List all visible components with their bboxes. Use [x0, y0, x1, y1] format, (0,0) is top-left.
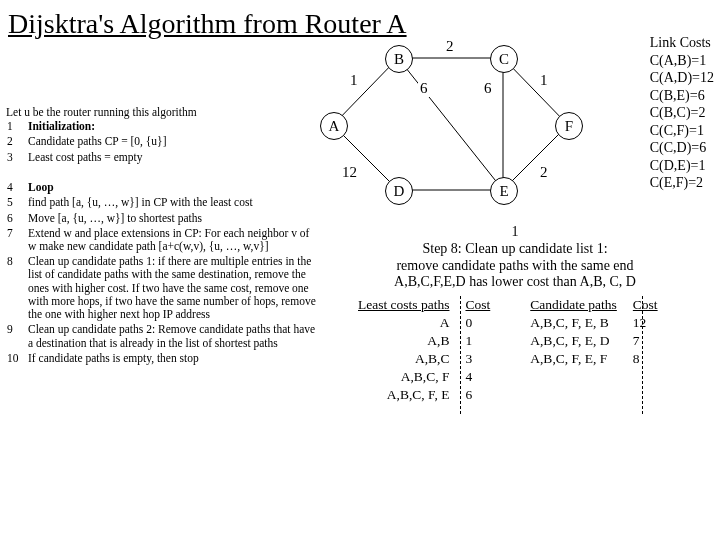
node-b: B [385, 45, 413, 73]
lc-row: C(D,E)=1 [650, 157, 714, 175]
algorithm-pseudocode: Let u be the router running this algorit… [6, 106, 326, 366]
link-costs-title: Link Costs [650, 34, 714, 52]
edge-ce: 6 [482, 80, 494, 97]
lc-row: C(B,E)=6 [650, 87, 714, 105]
lc-row: C(E,F)=2 [650, 174, 714, 192]
edge-cf: 1 [538, 72, 550, 89]
edge-bc: 2 [444, 38, 456, 55]
page-title: Dijsktra's Algorithm from Router A [8, 8, 712, 40]
candidate-paths-table: Candidate pathsCost A,B,C, F, E, B12 A,B… [522, 296, 665, 404]
least-paths-table: Least costs pathsCost A0 A,B1 A,B,C3 A,B… [350, 296, 498, 404]
link-costs: Link Costs C(A,B)=1 C(A,D)=12 C(B,E)=6 C… [650, 34, 714, 192]
edge-ab: 1 [348, 72, 360, 89]
node-d: D [385, 177, 413, 205]
edge-be: 6 [418, 80, 430, 97]
edge-ef: 2 [538, 164, 550, 181]
lc-row: C(A,D)=12 [650, 69, 714, 87]
step-line: remove candidate paths with the same end [350, 258, 680, 275]
node-a: A [320, 112, 348, 140]
svg-line-6 [398, 58, 503, 190]
node-f: F [555, 112, 583, 140]
node-e: E [490, 177, 518, 205]
step-red-one: 1 [512, 224, 519, 239]
algo-intro: Let u be the router running this algorit… [6, 106, 326, 119]
edge-ad: 12 [340, 164, 359, 181]
graph-edges [320, 40, 580, 210]
step-line: Step 8: Clean up candidate list 1: [350, 241, 680, 258]
step-line: A,B,C,F,E,D has lower cost than A,B, C, … [350, 274, 680, 291]
network-graph: A B C D E F 1 2 1 6 6 12 2 [320, 40, 580, 210]
lc-row: C(C,D)=6 [650, 139, 714, 157]
lc-row: C(C,F)=1 [650, 122, 714, 140]
paths-tables: Least costs pathsCost A0 A,B1 A,B,C3 A,B… [350, 296, 700, 404]
lc-row: C(B,C)=2 [650, 104, 714, 122]
step-caption: 1 Step 8: Clean up candidate list 1: rem… [350, 224, 680, 291]
lc-row: C(A,B)=1 [650, 52, 714, 70]
node-c: C [490, 45, 518, 73]
